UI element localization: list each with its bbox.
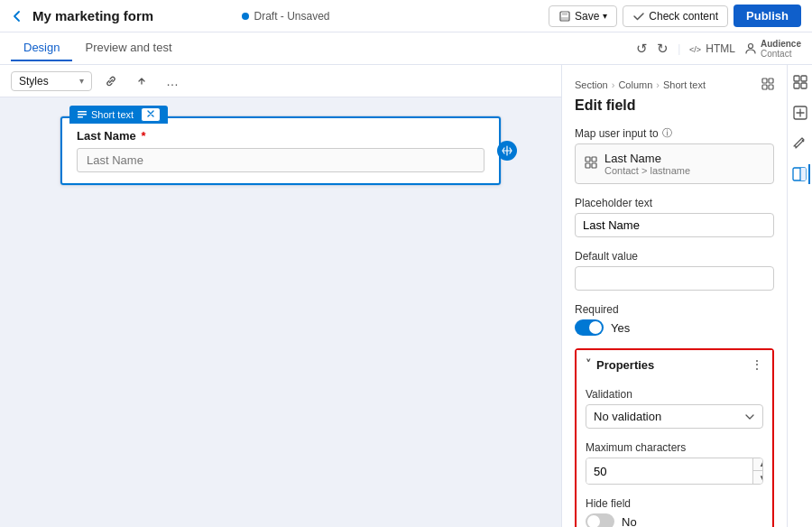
check-content-label: Check content (649, 10, 718, 23)
canvas-content: Short text Last Name * (0, 97, 561, 527)
section-title: Edit field (575, 97, 774, 114)
tabs-left: Design Preview and test (11, 35, 185, 61)
svg-rect-5 (78, 111, 87, 113)
styles-dropdown[interactable]: Styles ▾ (11, 71, 92, 91)
save-label: Save (575, 10, 599, 23)
max-chars-label: Maximum characters (586, 441, 763, 454)
mapped-field-info: Last Name Contact > lastname (604, 152, 690, 176)
properties-chevron-icon: ˅ (586, 358, 591, 371)
toolbar-arrow-button[interactable] (130, 69, 153, 93)
right-panel: Section › Column › Short text Edit field… (561, 65, 812, 527)
properties-kebab-button[interactable]: ⋮ (751, 357, 763, 372)
svg-rect-1 (562, 12, 567, 15)
canvas-area: Styles ▾ … Short text (0, 65, 561, 527)
hide-toggle-knob (587, 515, 600, 527)
back-button[interactable] (11, 10, 23, 23)
field-type-badge: Short text (69, 106, 168, 124)
sidebar-icon-panel[interactable] (790, 164, 810, 184)
hide-field-row: No (586, 513, 763, 527)
svg-point-4 (748, 43, 752, 48)
required-yes-label: Yes (611, 321, 630, 335)
required-toggle-row: Yes (575, 319, 774, 336)
canvas-toolbar: Styles ▾ … (0, 65, 561, 97)
svg-rect-17 (801, 76, 807, 81)
svg-rect-7 (78, 116, 83, 118)
max-chars-input[interactable] (586, 458, 752, 484)
mapped-field-icon (585, 156, 597, 171)
topbar-actions: Save ▾ Check content Publish (549, 5, 801, 27)
svg-rect-11 (769, 85, 773, 89)
svg-rect-2 (561, 17, 568, 20)
toggle-knob (589, 321, 602, 334)
svg-text:</>: </> (689, 45, 701, 54)
toolbar-more-button[interactable]: … (161, 69, 184, 93)
svg-rect-22 (800, 168, 806, 180)
svg-rect-13 (592, 157, 596, 162)
validation-label: Validation (586, 388, 763, 401)
topbar: My marketing form Draft - Unsaved Save ▾… (0, 0, 812, 32)
field-delete-button[interactable] (141, 107, 161, 122)
undo-button[interactable]: ↺ (636, 41, 648, 57)
svg-rect-14 (586, 163, 590, 168)
page-title: My marketing form (32, 8, 233, 23)
map-info-icon[interactable]: ⓘ (662, 126, 672, 140)
save-button[interactable]: Save ▾ (549, 5, 617, 27)
tabs-right: ↺ ↻ | </> HTML Audience Contact (636, 39, 801, 59)
field-move-button[interactable] (497, 141, 517, 161)
required-label: Required (575, 303, 774, 316)
field-label: Last Name * (77, 129, 484, 143)
tab-preview[interactable]: Preview and test (72, 35, 184, 61)
hide-field-toggle[interactable] (586, 513, 614, 527)
sidebar-icon-grid[interactable] (790, 72, 810, 92)
check-content-button[interactable]: Check content (623, 5, 728, 27)
sidebar-icon-edit[interactable] (790, 134, 810, 153)
spin-up-button[interactable]: ▲ (753, 458, 763, 471)
mapped-field-box[interactable]: Last Name Contact > lastname (575, 143, 774, 184)
svg-rect-9 (769, 79, 773, 83)
required-toggle[interactable] (575, 319, 604, 336)
html-button[interactable]: </> HTML (689, 42, 735, 55)
breadcrumb-icon (761, 78, 774, 92)
hide-field-label: Hide field (586, 497, 763, 510)
toolbar-link-button[interactable] (99, 69, 123, 93)
status-badge: Draft - Unsaved (242, 10, 329, 23)
svg-rect-10 (762, 85, 767, 89)
save-chevron: ▾ (603, 11, 607, 21)
required-star: * (141, 129, 145, 143)
redo-button[interactable]: ↻ (657, 41, 669, 57)
validation-dropdown[interactable]: No validation (586, 404, 763, 429)
default-value-input[interactable] (575, 266, 774, 291)
audience-button[interactable]: Audience Contact (744, 39, 801, 59)
spin-down-button[interactable]: ▼ (753, 471, 763, 484)
status-dot-icon (242, 13, 249, 20)
mapped-field-path: Contact > lastname (604, 165, 690, 176)
placeholder-input[interactable] (575, 213, 774, 237)
publish-button[interactable]: Publish (734, 5, 801, 27)
field-input[interactable] (77, 148, 484, 172)
field-type-label: Short text (91, 109, 134, 120)
map-input-label: Map user input to ⓘ (575, 126, 774, 140)
placeholder-label: Placeholder text (575, 197, 774, 209)
tab-design[interactable]: Design (11, 35, 72, 61)
number-spinners: ▲ ▼ (752, 458, 763, 484)
sidebar-icon-add[interactable] (790, 103, 810, 123)
default-value-label: Default value (575, 250, 774, 263)
svg-rect-15 (592, 163, 596, 168)
tabs-bar: Design Preview and test ↺ ↻ | </> HTML A… (0, 32, 812, 65)
svg-rect-12 (586, 157, 590, 162)
panel-sidebar (787, 65, 812, 527)
svg-rect-6 (78, 114, 87, 116)
max-chars-input-row: ▲ ▼ (586, 458, 763, 485)
mapped-field-name: Last Name (604, 152, 690, 165)
status-label: Draft - Unsaved (254, 10, 329, 23)
properties-header[interactable]: ˅ Properties ⋮ (577, 350, 772, 379)
svg-rect-16 (794, 76, 799, 81)
svg-rect-19 (801, 83, 807, 88)
svg-rect-8 (762, 79, 767, 83)
main-layout: Styles ▾ … Short text (0, 65, 812, 527)
edit-field-title: Edit field (575, 97, 636, 114)
properties-label: Properties (596, 358, 654, 372)
properties-inner: Validation No validation Maximum charact… (577, 379, 772, 527)
hide-field-no-label: No (622, 515, 637, 528)
svg-rect-18 (794, 83, 799, 88)
